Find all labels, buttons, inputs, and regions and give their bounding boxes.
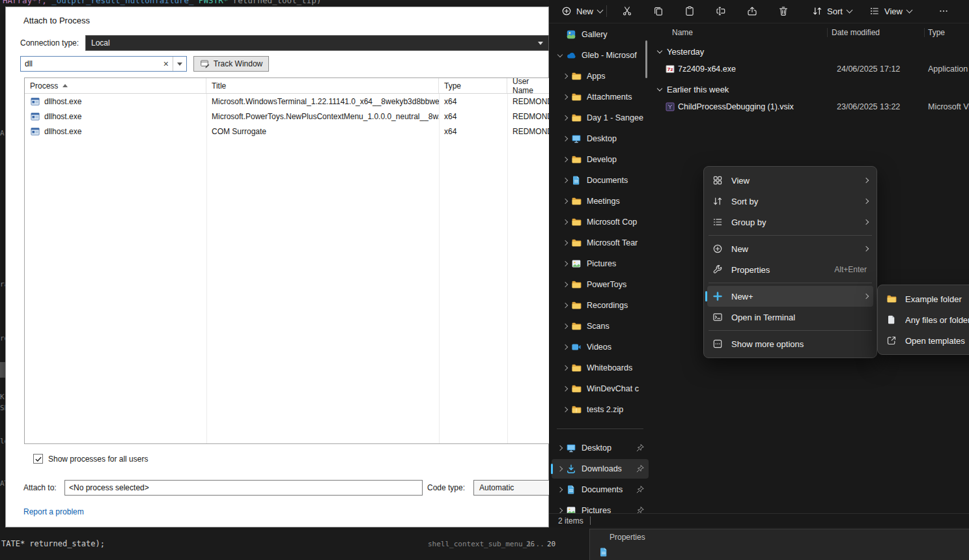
- nav-item-gallery[interactable]: Gallery: [552, 25, 649, 44]
- attach-to-input[interactable]: [64, 480, 423, 496]
- nav-item-meetings[interactable]: Meetings: [552, 191, 649, 211]
- chevron-right-icon[interactable]: [561, 241, 570, 245]
- file-row-7z2409-x64-exe[interactable]: 7z 7z2409-x64.exe 24/06/2025 17:12 Appli…: [651, 60, 969, 78]
- menu-item-example-folder[interactable]: Example folder: [881, 288, 969, 309]
- chevron-right-icon[interactable]: [561, 158, 570, 161]
- share-button[interactable]: [737, 1, 768, 21]
- nav-item-attachments[interactable]: Attachments: [552, 87, 649, 107]
- menu-item-open-templates[interactable]: Open templates: [881, 330, 969, 351]
- chevron-right-icon[interactable]: [561, 387, 570, 391]
- group-header-earlier-this-week[interactable]: Earlier this week: [651, 81, 969, 98]
- nav-item-whiteboards[interactable]: Whiteboards: [552, 358, 649, 378]
- nav-item-documents[interactable]: Documents: [552, 480, 649, 499]
- editor-line-number: 20: [547, 540, 555, 548]
- cut-button[interactable]: [611, 1, 643, 21]
- nav-item-recordings[interactable]: Recordings: [552, 296, 649, 315]
- chevron-right-icon[interactable]: [561, 220, 570, 224]
- chevron-right-icon[interactable]: [555, 446, 565, 450]
- chevron-right-icon[interactable]: [561, 262, 570, 266]
- chevron-down-icon[interactable]: [555, 54, 565, 57]
- folder-icon: [571, 196, 582, 206]
- navigation-pane: Gallery Gleb - Microsof Apps Attachments…: [549, 23, 651, 514]
- chevron-right-icon[interactable]: [561, 95, 570, 99]
- column-header-type[interactable]: Type: [928, 28, 969, 37]
- chevron-right-icon[interactable]: [561, 137, 570, 141]
- chevron-right-icon[interactable]: [561, 345, 570, 349]
- nav-item-develop[interactable]: Develop: [552, 150, 649, 169]
- menu-item-new[interactable]: New: [707, 238, 873, 259]
- nav-item-microsoft-tear[interactable]: Microsoft Tear: [552, 233, 649, 253]
- nav-item-downloads[interactable]: Downloads: [552, 459, 649, 479]
- nav-item-apps[interactable]: Apps: [552, 66, 649, 86]
- showmore-icon: [712, 339, 723, 349]
- dialog-title: Attach to Process: [23, 16, 90, 25]
- process-column-header-process[interactable]: Process: [25, 78, 206, 93]
- process-row[interactable]: dllhost.exe Microsoft.PowerToys.NewPlusC…: [25, 109, 550, 124]
- menu-item-show-more-options[interactable]: Show more options: [707, 333, 873, 354]
- process-row[interactable]: dllhost.exe COM Surrogate x64 REDMOND: [25, 124, 550, 139]
- chevron-right-icon[interactable]: [561, 74, 570, 78]
- folder-icon: [571, 217, 582, 227]
- nav-item-scans[interactable]: Scans: [552, 316, 649, 336]
- nav-item-day-1-sangee[interactable]: Day 1 - Sangee: [552, 108, 649, 128]
- chevron-right-icon[interactable]: [561, 178, 570, 182]
- chevron-right-icon[interactable]: [555, 467, 565, 471]
- paste-button[interactable]: [674, 1, 705, 21]
- menu-item-sort-by[interactable]: Sort by: [707, 191, 873, 212]
- clear-filter-icon[interactable]: ×: [160, 59, 173, 68]
- nav-item-gleb-microsof[interactable]: Gleb - Microsof: [552, 46, 649, 65]
- nav-item-tests-2-zip[interactable]: tests 2.zip: [552, 400, 649, 419]
- menu-item-any-files-or-folders[interactable]: Any files or folders: [881, 309, 969, 330]
- chevron-right-icon[interactable]: [561, 199, 570, 203]
- process-filter-input[interactable]: [21, 59, 160, 68]
- delete-button[interactable]: [768, 1, 799, 21]
- show-all-users-checkbox[interactable]: [33, 454, 43, 464]
- sort-button[interactable]: Sort: [806, 1, 858, 21]
- nav-item-desktop[interactable]: Desktop: [552, 438, 649, 458]
- process-column-header-type[interactable]: Type: [439, 78, 507, 93]
- process-column-header-title[interactable]: Title: [206, 78, 439, 93]
- sevenzip-icon: 7z: [665, 64, 675, 74]
- nav-item-windevchat-c[interactable]: WinDevChat c: [552, 379, 649, 399]
- nav-item-documents[interactable]: Documents: [552, 171, 649, 190]
- new-button[interactable]: New: [555, 1, 608, 21]
- code-type-select[interactable]: Automatic: [473, 480, 550, 496]
- report-problem-link[interactable]: Report a problem: [23, 507, 84, 516]
- view-button[interactable]: View: [864, 1, 918, 21]
- chevron-right-icon[interactable]: [561, 408, 570, 412]
- nav-item-desktop[interactable]: Desktop: [552, 129, 649, 148]
- chevron-right-icon[interactable]: [555, 488, 565, 492]
- connection-type-select[interactable]: Local: [85, 35, 549, 51]
- column-header-name[interactable]: Name: [672, 28, 832, 37]
- nav-item-microsoft-cop[interactable]: Microsoft Cop: [552, 212, 649, 232]
- nav-item-pictures[interactable]: Pictures: [552, 501, 649, 514]
- track-window-button[interactable]: Track Window: [193, 56, 269, 72]
- filter-dropdown-button[interactable]: [173, 57, 186, 71]
- file-row-childprocessdebugging-1-vsix[interactable]: ChildProcessDebugging (1).vsix 23/06/202…: [651, 98, 969, 116]
- menu-item-group-by[interactable]: Group by: [707, 212, 873, 232]
- editor-scrollbar-thumb[interactable]: [0, 362, 5, 378]
- nav-item-videos[interactable]: Videos: [552, 337, 649, 357]
- process-column-header-user-name[interactable]: User Name: [507, 78, 550, 93]
- process-table-body: dllhost.exe Microsoft.WindowsTerminal_1.…: [25, 94, 550, 139]
- more-options-button[interactable]: [928, 1, 959, 21]
- copy-button[interactable]: [643, 1, 674, 21]
- rename-button[interactable]: [705, 1, 737, 21]
- menu-item-properties[interactable]: Properties Alt+Enter: [707, 259, 873, 280]
- process-row[interactable]: dllhost.exe Microsoft.WindowsTerminal_1.…: [25, 94, 550, 109]
- chevron-right-icon[interactable]: [561, 324, 570, 328]
- chevron-right-icon[interactable]: [561, 303, 570, 307]
- nav-item-powertoys[interactable]: PowerToys: [552, 275, 649, 294]
- chevron-right-icon[interactable]: [561, 283, 570, 287]
- column-header-date-modified[interactable]: Date modified: [832, 28, 928, 37]
- menu-item-view[interactable]: View: [707, 170, 873, 191]
- group-header-yesterday[interactable]: Yesterday: [651, 43, 969, 60]
- nav-item-pictures[interactable]: Pictures: [552, 254, 649, 273]
- pin-icon: [636, 485, 645, 494]
- chevron-right-icon[interactable]: [555, 509, 565, 512]
- menu-item-new[interactable]: New+: [707, 286, 873, 307]
- nav-scrollbar-thumb[interactable]: [645, 40, 647, 78]
- chevron-right-icon[interactable]: [561, 366, 570, 370]
- menu-item-open-in-terminal[interactable]: Open in Terminal: [707, 307, 873, 328]
- chevron-right-icon[interactable]: [561, 116, 570, 120]
